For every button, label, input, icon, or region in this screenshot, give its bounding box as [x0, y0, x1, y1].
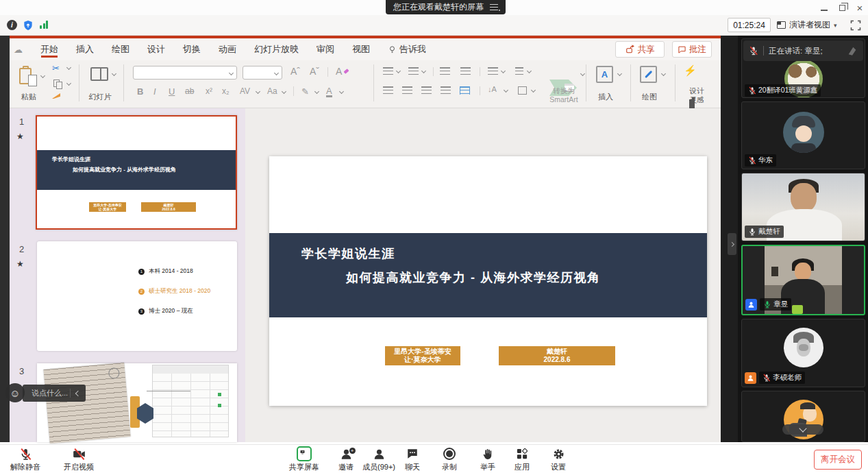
sidebar-scroll-down-button[interactable] — [782, 424, 823, 435]
banner-menu-icon[interactable] — [490, 4, 498, 10]
highlight-pen-icon[interactable]: ✎ — [301, 86, 309, 97]
timeline-item: 2 硕士研究生 2018 - 2020 — [138, 287, 210, 295]
ppt-ribbon: 粘贴 ✂ 幻灯片 Aˆ Aˇ A B I U ab x² x₂ AV Aa ✎ … — [10, 60, 721, 108]
change-case-button[interactable]: Aa — [267, 86, 277, 96]
avatar — [784, 328, 823, 367]
leave-meeting-button[interactable]: 离开会议 — [814, 450, 862, 470]
new-slide-button[interactable] — [90, 67, 108, 81]
speaking-indicator-text: 正在讲话: 章昱; — [769, 46, 823, 56]
invite-button[interactable]: + 邀请 — [332, 447, 360, 472]
align-center-icon[interactable] — [402, 86, 412, 95]
window-minimize-button[interactable] — [817, 1, 831, 14]
text-direction-icon[interactable]: ↓A — [488, 85, 497, 93]
paste-button[interactable] — [19, 66, 37, 86]
raise-hand-button[interactable]: 举手 — [474, 447, 501, 472]
columns-icon[interactable] — [515, 67, 523, 75]
timeline-item: 1 本科 2014 - 2018 — [138, 267, 193, 276]
mic-speaking-icon — [763, 300, 771, 308]
participant-tile[interactable]: 华东 — [741, 101, 865, 169]
underline-button[interactable]: U — [169, 86, 175, 97]
apps-button[interactable]: 应用 — [508, 447, 536, 472]
lightning-icon: ⚡ — [684, 64, 697, 77]
font-color-button[interactable]: A — [326, 86, 332, 97]
justify-icon[interactable] — [441, 86, 451, 95]
active-speaker-tile[interactable]: 章昱 — [741, 245, 865, 315]
tab-slideshow[interactable]: 幻灯片放映 — [254, 38, 299, 60]
quick-chat-input[interactable]: 说点什么... — [23, 385, 86, 402]
layout-icon — [777, 21, 786, 29]
start-video-button[interactable]: 开启视频 — [59, 447, 99, 472]
draw-button[interactable] — [640, 66, 657, 83]
design-ideas-label-1: 设计 — [681, 86, 712, 96]
character-spacing-button[interactable]: AV — [240, 86, 250, 96]
tab-home[interactable]: 开始 — [40, 38, 58, 60]
sidebar-collapse-handle[interactable] — [728, 233, 736, 255]
slide-2-thumbnail[interactable]: 1 本科 2014 - 2018 2 硕士研究生 2018 - 2020 3 博… — [37, 241, 237, 351]
ppt-left-frame — [0, 36, 10, 442]
tab-transitions[interactable]: 切换 — [183, 38, 201, 60]
fullscreen-icon[interactable] — [850, 20, 861, 31]
distribute-icon[interactable] — [460, 86, 470, 95]
tab-dessin[interactable]: 绘图 — [112, 38, 129, 60]
unmute-button[interactable]: 解除静音 — [5, 447, 45, 472]
design-ideas-label-2: 灵感 — [681, 95, 712, 105]
insert-textbox-button[interactable]: A — [596, 66, 613, 83]
tab-design[interactable]: 设计 — [147, 38, 165, 60]
window-close-button[interactable]: × — [853, 1, 867, 14]
comments-button[interactable]: 批注 — [672, 41, 712, 58]
chat-emoji-button[interactable]: ☺ — [5, 383, 25, 402]
participant-tile[interactable]: 李硕老师 — [741, 319, 865, 387]
format-painter-icon[interactable] — [52, 93, 60, 99]
grow-font-button[interactable]: Aˆ — [290, 66, 300, 77]
document-photo — [44, 363, 131, 444]
plus-icon: + — [349, 448, 356, 454]
meeting-control-bar: i 01:25:24 演讲者视图 ▾ — [0, 15, 868, 36]
record-button[interactable]: 录制 — [436, 447, 463, 472]
clear-formatting-button[interactable]: A — [336, 66, 342, 77]
align-right-icon[interactable] — [421, 86, 432, 95]
settings-button[interactable]: 设置 — [545, 447, 572, 472]
meeting-info-icon[interactable]: i — [7, 20, 17, 30]
window-maximize-button[interactable] — [835, 1, 849, 14]
share-screen-button[interactable]: 共享屏幕 — [286, 447, 323, 472]
current-slide-canvas[interactable]: 学长学姐说生涯 如何提高就业竞争力 - 从海外求学经历视角 里昂大学-圣埃蒂安 … — [269, 156, 707, 406]
cut-icon[interactable]: ✂ — [52, 63, 60, 73]
bullet-list-icon[interactable] — [383, 67, 393, 75]
decrease-indent-icon[interactable] — [440, 67, 450, 75]
raise-hand-icon — [482, 448, 494, 460]
chat-button[interactable]: 聊天 — [399, 447, 426, 472]
tab-animations[interactable]: 动画 — [219, 38, 236, 60]
participant-tile[interactable]: 戴楚轩 — [741, 173, 865, 241]
share-screen-icon — [297, 446, 312, 461]
slide-1-thumbnail[interactable]: 学长学姐说生涯 如何提高就业竞争力 - 从海外求学经历视角 里昂大学-圣埃蒂安 … — [36, 115, 237, 230]
security-shield-icon[interactable] — [23, 20, 34, 31]
strikethrough-button[interactable]: ab — [185, 86, 194, 96]
font-family-select[interactable] — [133, 66, 237, 80]
bold-button[interactable]: B — [137, 86, 143, 97]
share-button[interactable]: 共享 — [615, 41, 665, 58]
numbered-list-icon[interactable] — [408, 67, 419, 75]
new-slide-dropdown[interactable] — [112, 71, 116, 76]
tab-insert[interactable]: 插入 — [76, 38, 94, 60]
italic-button[interactable]: I — [153, 86, 156, 97]
shrink-font-button[interactable]: Aˇ — [310, 66, 319, 77]
network-signal-icon[interactable] — [40, 21, 48, 29]
subscript-button[interactable]: x₂ — [222, 86, 230, 96]
view-mode-selector[interactable]: 演讲者视图 ▾ — [777, 18, 837, 32]
record-icon — [443, 448, 456, 460]
align-left-icon[interactable] — [383, 86, 393, 95]
mic-muted-icon — [762, 374, 771, 382]
tab-review[interactable]: 审阅 — [317, 38, 334, 60]
chat-collapse-button[interactable] — [71, 391, 86, 396]
font-size-select[interactable] — [243, 66, 282, 80]
increase-indent-icon[interactable] — [460, 67, 471, 75]
slide-3-thumbnail[interactable] — [37, 363, 237, 442]
superscript-button[interactable]: x² — [206, 86, 212, 96]
tab-tell-me[interactable]: 告诉我 — [388, 38, 426, 60]
paste-dropdown[interactable] — [40, 73, 45, 78]
tab-view[interactable]: 视图 — [352, 38, 370, 60]
line-spacing-icon[interactable] — [488, 67, 498, 75]
align-text-icon[interactable] — [518, 86, 527, 95]
mic-on-icon — [748, 228, 756, 236]
members-button[interactable]: 成员(99+) — [359, 447, 399, 472]
